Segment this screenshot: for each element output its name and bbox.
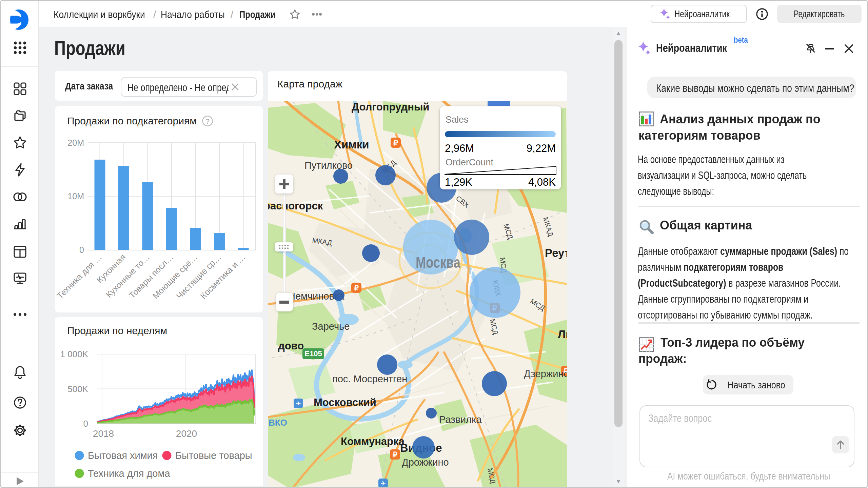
svg-text:Москва: Москва <box>416 253 460 271</box>
svg-text:Бытовая химия: Бытовая химия <box>88 450 158 461</box>
svg-text:Путилково: Путилково <box>304 160 353 171</box>
svg-text:Реутов: Реутов <box>545 247 567 259</box>
svg-text:0: 0 <box>79 245 84 255</box>
svg-text:Московский: Московский <box>314 396 376 408</box>
svg-text:✈: ✈ <box>380 480 386 487</box>
svg-text:Развилка: Развилка <box>439 414 482 425</box>
svg-text:Товары посл…: Товары посл… <box>127 252 175 300</box>
svg-text:1,29K: 1,29K <box>445 176 472 188</box>
svg-text:Химки: Химки <box>334 138 369 151</box>
svg-text:Техника для дома: Техника для дома <box>88 468 170 479</box>
svg-text:?: ? <box>205 117 210 125</box>
svg-text:расногорск: расногорск <box>268 200 323 212</box>
svg-text:ВКО: ВКО <box>269 418 287 428</box>
svg-text:2020: 2020 <box>176 428 197 439</box>
svg-text:Коммунарка: Коммунарка <box>341 435 405 447</box>
svg-text:пос. Мосрентген: пос. Мосрентген <box>332 373 407 384</box>
svg-text:500K: 500K <box>67 384 88 394</box>
svg-text:Долгопрудный: Долгопрудный <box>352 101 429 113</box>
svg-text:Продажи по неделям: Продажи по неделям <box>67 325 167 336</box>
svg-text:0: 0 <box>83 419 88 429</box>
svg-text:20M: 20M <box>67 138 84 147</box>
svg-text:2018: 2018 <box>93 428 114 439</box>
svg-text:Дрожжино: Дрожжино <box>402 457 449 468</box>
svg-text:дово: дово <box>278 340 304 352</box>
svg-text:1 000K: 1 000K <box>60 349 88 359</box>
svg-text:Люб: Люб <box>558 328 567 341</box>
svg-text:10M: 10M <box>67 191 84 201</box>
svg-text:Продажи по подкатегориям: Продажи по подкатегориям <box>67 115 197 126</box>
svg-text:₽: ₽ <box>354 284 359 292</box>
svg-text:✈: ✈ <box>296 400 301 407</box>
svg-text:₽: ₽ <box>393 450 397 459</box>
svg-text:9,22M: 9,22M <box>527 142 556 154</box>
svg-text:2,96M: 2,96M <box>445 142 474 154</box>
svg-text:Заречье: Заречье <box>312 321 350 332</box>
svg-text:E105: E105 <box>304 349 322 358</box>
svg-text:4,08K: 4,08K <box>528 176 556 188</box>
svg-text:Дзержинс: Дзержинс <box>524 368 567 379</box>
svg-text:Бытовые товары: Бытовые товары <box>175 450 252 461</box>
svg-text:OrderCount: OrderCount <box>446 157 494 167</box>
svg-text:Косметика и …: Косметика и … <box>198 252 247 301</box>
svg-text:₽: ₽ <box>393 139 398 147</box>
svg-text:Sales: Sales <box>446 115 469 125</box>
